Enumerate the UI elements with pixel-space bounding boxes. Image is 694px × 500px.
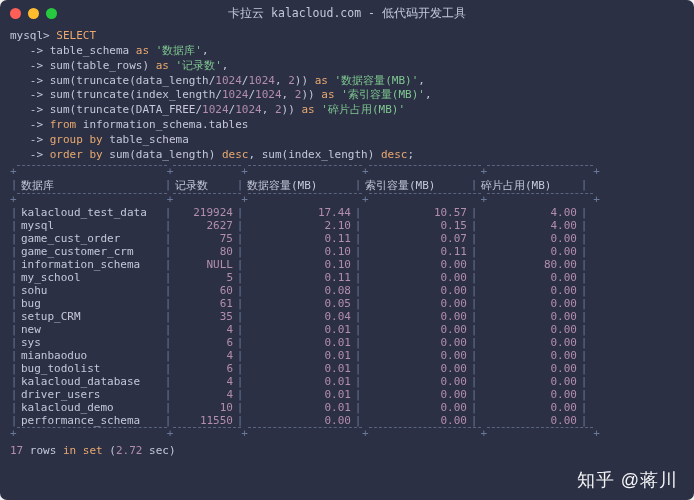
cell-data-mb: 0.10 bbox=[244, 245, 354, 258]
cell-rows: NULL bbox=[172, 258, 236, 271]
cell-frag-mb: 80.00 bbox=[478, 258, 580, 271]
cell-index-mb: 0.00 bbox=[362, 388, 470, 401]
cell-frag-mb: 0.00 bbox=[478, 271, 580, 284]
cell-index-mb: 0.00 bbox=[362, 323, 470, 336]
cell-rows: 11550 bbox=[172, 414, 236, 427]
cell-data-mb: 0.11 bbox=[244, 271, 354, 284]
table-row: |new|4|0.01|0.00|0.00| bbox=[10, 323, 684, 336]
table-row: |sohu|60|0.08|0.00|0.00| bbox=[10, 284, 684, 297]
query-line: -> from information_schema.tables bbox=[10, 118, 684, 133]
titlebar: 卡拉云 kalacloud.com - 低代码开发工具 bbox=[0, 0, 694, 26]
cell-index-mb: 0.00 bbox=[362, 349, 470, 362]
query-line: -> sum(table_rows) as '记录数', bbox=[10, 59, 684, 74]
result-table: ++++++ |数据库|记录数|数据容量(MB)|索引容量(MB)|碎片占用(M… bbox=[0, 163, 694, 440]
cell-data-mb: 17.44 bbox=[244, 206, 354, 219]
cell-index-mb: 0.00 bbox=[362, 414, 470, 427]
table-border: ++++++ bbox=[10, 427, 684, 440]
cell-rows: 5 bbox=[172, 271, 236, 284]
cell-frag-mb: 0.00 bbox=[478, 297, 580, 310]
cell-frag-mb: 0.00 bbox=[478, 362, 580, 375]
query-line: -> table_schema as '数据库', bbox=[10, 44, 684, 59]
cell-rows: 4 bbox=[172, 388, 236, 401]
cell-db: my_school bbox=[18, 271, 164, 284]
table-row: |kalacloud_database|4|0.01|0.00|0.00| bbox=[10, 375, 684, 388]
cell-data-mb: 0.01 bbox=[244, 375, 354, 388]
cell-rows: 60 bbox=[172, 284, 236, 297]
minimize-icon[interactable] bbox=[28, 8, 39, 19]
cell-rows: 61 bbox=[172, 297, 236, 310]
cell-db: information_schema bbox=[18, 258, 164, 271]
table-row: |information_schema|NULL|0.10|0.00|80.00… bbox=[10, 258, 684, 271]
table-row: |sys|6|0.01|0.00|0.00| bbox=[10, 336, 684, 349]
cell-index-mb: 0.00 bbox=[362, 297, 470, 310]
cell-db: kalacloud_demo bbox=[18, 401, 164, 414]
cell-rows: 6 bbox=[172, 336, 236, 349]
table-row: |performance_schema|11550|0.00|0.00|0.00… bbox=[10, 414, 684, 427]
cell-data-mb: 0.01 bbox=[244, 349, 354, 362]
maximize-icon[interactable] bbox=[46, 8, 57, 19]
window-title: 卡拉云 kalacloud.com - 低代码开发工具 bbox=[228, 6, 466, 21]
cell-db: setup_CRM bbox=[18, 310, 164, 323]
query-line: -> sum(truncate(DATA_FREE/1024/1024, 2))… bbox=[10, 103, 684, 118]
table-row: |game_customer_crm|80|0.10|0.11|0.00| bbox=[10, 245, 684, 258]
table-row: |bug|61|0.05|0.00|0.00| bbox=[10, 297, 684, 310]
cell-frag-mb: 0.00 bbox=[478, 310, 580, 323]
cell-db: mianbaoduo bbox=[18, 349, 164, 362]
table-row: |kalacloud_demo|10|0.01|0.00|0.00| bbox=[10, 401, 684, 414]
cell-rows: 2627 bbox=[172, 219, 236, 232]
cell-db: sys bbox=[18, 336, 164, 349]
cell-db: sohu bbox=[18, 284, 164, 297]
cell-db: bug_todolist bbox=[18, 362, 164, 375]
cell-index-mb: 0.00 bbox=[362, 375, 470, 388]
table-row: |mysql|2627|2.10|0.15|4.00| bbox=[10, 219, 684, 232]
table-row: |my_school|5|0.11|0.00|0.00| bbox=[10, 271, 684, 284]
table-row: |mianbaoduo|4|0.01|0.00|0.00| bbox=[10, 349, 684, 362]
table-header: |数据库|记录数|数据容量(MB)|索引容量(MB)|碎片占用(MB)| bbox=[10, 178, 684, 193]
cell-db: game_cust_order bbox=[18, 232, 164, 245]
cell-data-mb: 0.01 bbox=[244, 323, 354, 336]
cell-rows: 10 bbox=[172, 401, 236, 414]
terminal-body[interactable]: mysql> SELECT -> table_schema as '数据库', … bbox=[0, 26, 694, 163]
traffic-lights bbox=[10, 8, 57, 19]
cell-index-mb: 10.57 bbox=[362, 206, 470, 219]
cell-index-mb: 0.00 bbox=[362, 271, 470, 284]
cell-data-mb: 2.10 bbox=[244, 219, 354, 232]
close-icon[interactable] bbox=[10, 8, 21, 19]
cell-db: new bbox=[18, 323, 164, 336]
cell-index-mb: 0.00 bbox=[362, 336, 470, 349]
result-footer: 17 rows in set (2.72 sec) bbox=[0, 440, 694, 461]
cell-data-mb: 0.00 bbox=[244, 414, 354, 427]
cell-index-mb: 0.15 bbox=[362, 219, 470, 232]
cell-data-mb: 0.01 bbox=[244, 388, 354, 401]
query-line: -> sum(truncate(index_length/1024/1024, … bbox=[10, 88, 684, 103]
cell-data-mb: 0.04 bbox=[244, 310, 354, 323]
cell-rows: 75 bbox=[172, 232, 236, 245]
cell-data-mb: 0.11 bbox=[244, 232, 354, 245]
cell-db: kalacloud_test_data bbox=[18, 206, 164, 219]
query-line: -> sum(truncate(data_length/1024/1024, 2… bbox=[10, 74, 684, 89]
cell-frag-mb: 0.00 bbox=[478, 375, 580, 388]
query-line: -> order by sum(data_length) desc, sum(i… bbox=[10, 148, 684, 163]
cell-data-mb: 0.01 bbox=[244, 401, 354, 414]
cell-index-mb: 0.00 bbox=[362, 362, 470, 375]
cell-frag-mb: 0.00 bbox=[478, 388, 580, 401]
cell-frag-mb: 0.00 bbox=[478, 336, 580, 349]
cell-db: performance_schema bbox=[18, 414, 164, 427]
cell-rows: 4 bbox=[172, 375, 236, 388]
cell-db: bug bbox=[18, 297, 164, 310]
cell-index-mb: 0.00 bbox=[362, 310, 470, 323]
cell-db: driver_users bbox=[18, 388, 164, 401]
cell-frag-mb: 0.00 bbox=[478, 414, 580, 427]
cell-rows: 6 bbox=[172, 362, 236, 375]
cell-data-mb: 0.08 bbox=[244, 284, 354, 297]
cell-frag-mb: 0.00 bbox=[478, 245, 580, 258]
table-row: |kalacloud_test_data|219924|17.44|10.57|… bbox=[10, 206, 684, 219]
terminal-window: 卡拉云 kalacloud.com - 低代码开发工具 mysql> SELEC… bbox=[0, 0, 694, 500]
cell-frag-mb: 0.00 bbox=[478, 349, 580, 362]
table-border: ++++++ bbox=[10, 165, 684, 178]
cell-index-mb: 0.00 bbox=[362, 284, 470, 297]
cell-data-mb: 0.10 bbox=[244, 258, 354, 271]
cell-frag-mb: 0.00 bbox=[478, 232, 580, 245]
cell-data-mb: 0.05 bbox=[244, 297, 354, 310]
cell-index-mb: 0.07 bbox=[362, 232, 470, 245]
